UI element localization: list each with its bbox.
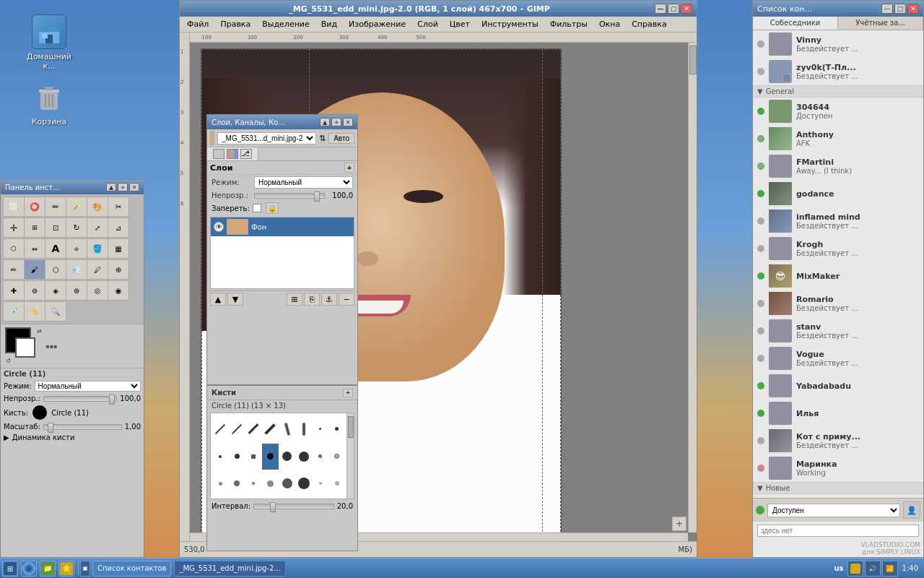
gimp-minimize-button[interactable]: — bbox=[655, 4, 666, 14]
brush-item-11[interactable] bbox=[245, 444, 261, 469]
contacts-list[interactable]: Vinny Бездействует ... zyv0k(Т-Пл... Без… bbox=[753, 30, 923, 498]
tool-rotate[interactable]: ↻ bbox=[66, 217, 87, 238]
taskbar-icon-3[interactable]: 📁 bbox=[40, 561, 56, 577]
layers-duplicate-button[interactable]: ⎘ bbox=[304, 293, 320, 306]
tool-pencil[interactable]: ✏ bbox=[3, 259, 25, 280]
gimp-vscrollbar[interactable] bbox=[688, 43, 697, 532]
tool-clone[interactable]: ⊕ bbox=[108, 259, 129, 280]
tool-move[interactable]: ✛ bbox=[3, 217, 25, 238]
contacts-avatar-button[interactable]: 👤 bbox=[903, 501, 920, 519]
brush-item-21[interactable] bbox=[279, 470, 295, 497]
tool-panel-settings-button[interactable]: ▲ bbox=[106, 183, 116, 191]
brush-item-20[interactable] bbox=[262, 470, 278, 497]
menu-select[interactable]: Выделение bbox=[258, 18, 314, 30]
layers-add-button[interactable]: + bbox=[331, 118, 341, 126]
tool-text[interactable]: A bbox=[45, 238, 66, 259]
contact-item-kot[interactable]: Кот с приму... Бездействует ... bbox=[753, 427, 923, 454]
tool-select-by-color[interactable]: 🎨 bbox=[87, 197, 108, 217]
tool-colorpicker[interactable]: 💉 bbox=[3, 301, 25, 322]
taskbar-icon-2[interactable] bbox=[21, 561, 37, 577]
layers-close-button[interactable]: ✕ bbox=[343, 118, 353, 126]
contact-item-stanv[interactable]: stanv Бездействует ... bbox=[753, 317, 923, 345]
tool-shear[interactable]: ⊿ bbox=[108, 217, 129, 238]
tool-blur[interactable]: ◈ bbox=[45, 280, 66, 301]
brushes-scrollbar[interactable] bbox=[346, 413, 354, 499]
contacts-minimize-button[interactable]: — bbox=[881, 4, 893, 14]
reset-colors-icon[interactable]: ↺ bbox=[6, 358, 11, 364]
tool-perspective[interactable]: ⬡ bbox=[3, 238, 25, 259]
contact-item-mixmaker[interactable]: 😎 MixMaker bbox=[753, 262, 923, 290]
tool-airbrush[interactable]: 💨 bbox=[66, 259, 87, 280]
gimp-close-button[interactable]: ✕ bbox=[681, 4, 692, 14]
contact-item-304644[interactable]: 304644 Доступен bbox=[753, 98, 923, 125]
tool-measure[interactable]: 📏 bbox=[24, 301, 45, 322]
layers-delete-button[interactable]: − bbox=[339, 293, 354, 306]
tool-rect-select[interactable]: ⬜ bbox=[3, 197, 25, 217]
brush-item-2[interactable] bbox=[229, 415, 245, 443]
tool-panel-close-button[interactable]: ✕ bbox=[129, 183, 139, 191]
menu-help[interactable]: Справка bbox=[627, 18, 671, 30]
tool-opacity-slider[interactable] bbox=[43, 396, 117, 402]
menu-tools[interactable]: Инструменты bbox=[477, 18, 543, 30]
desktop-icon-trash[interactable]: Корзина bbox=[20, 79, 78, 126]
taskbar-icon-1[interactable]: ⊞ bbox=[2, 561, 18, 577]
menu-view[interactable]: Вид bbox=[317, 18, 341, 30]
contacts-maximize-button[interactable]: □ bbox=[894, 4, 906, 14]
tool-paintbrush[interactable]: 🖌 bbox=[24, 259, 45, 280]
tool-dodge[interactable]: ◎ bbox=[87, 280, 108, 301]
layers-move-down-button[interactable]: ▼ bbox=[227, 293, 243, 306]
layer-eye-button[interactable]: 👁 bbox=[214, 222, 224, 232]
tool-scissors[interactable]: ✂ bbox=[108, 197, 129, 217]
menu-edit[interactable]: Правка bbox=[216, 18, 255, 30]
menu-file[interactable]: Файл bbox=[183, 18, 213, 30]
contact-item-vogue[interactable]: Vogue Бездействует ... bbox=[753, 345, 923, 372]
contact-item-anthony[interactable]: Anthony AFK bbox=[753, 125, 923, 152]
brush-item-18[interactable] bbox=[229, 470, 245, 497]
brushes-expand-button[interactable]: + bbox=[343, 389, 353, 397]
layers-new-from-visible[interactable]: ⊞ bbox=[287, 293, 302, 306]
tool-heal[interactable]: ✚ bbox=[3, 280, 25, 301]
tool-gradient[interactable]: ▦ bbox=[108, 238, 129, 259]
layers-tab-layers-icon[interactable] bbox=[213, 149, 225, 159]
brush-item-23[interactable] bbox=[313, 470, 328, 497]
taskbar-btn-gimp[interactable]: _MG_5531_edd_mini.jpg-2... bbox=[174, 561, 285, 577]
layer-lock-checkbox[interactable] bbox=[253, 204, 261, 212]
tool-ink[interactable]: 🖊 bbox=[87, 259, 108, 280]
contacts-status-select[interactable]: Доступен Отсутствую Занят Невидимый bbox=[767, 504, 900, 517]
contact-item-fmartini[interactable]: FMartini Away... (I think) bbox=[753, 152, 923, 180]
brush-item-9[interactable] bbox=[212, 444, 228, 469]
tool-scale[interactable]: ⤢ bbox=[87, 217, 108, 238]
layers-image-select[interactable]: _MG_5531...d_mini.jpg-2 bbox=[217, 132, 316, 144]
gimp-canvas-expand-button[interactable]: + bbox=[672, 517, 687, 531]
taskbar-systray-icon-1[interactable] bbox=[847, 561, 863, 577]
contact-item-yabadabadu[interactable]: Yabadabadu bbox=[753, 372, 923, 400]
taskbar-btn-contacts[interactable]: Список контактов bbox=[92, 561, 171, 577]
tool-panel-add-button[interactable]: + bbox=[118, 183, 128, 191]
brush-item-17[interactable] bbox=[212, 470, 228, 497]
layer-mode-select[interactable]: Нормальный bbox=[254, 176, 353, 189]
tool-ellipse-select[interactable]: ⭕ bbox=[24, 197, 45, 217]
background-color[interactable] bbox=[15, 337, 35, 358]
tool-mode-select[interactable]: Нормальный bbox=[35, 381, 141, 392]
brush-item-5[interactable] bbox=[279, 415, 295, 443]
taskbar-systray-icon-3[interactable]: 📶 bbox=[882, 561, 898, 577]
desktop-icon-home[interactable]: Домашний к... bbox=[20, 14, 78, 71]
brush-item-6[interactable] bbox=[296, 415, 312, 443]
brush-item-7[interactable] bbox=[313, 415, 328, 443]
brush-item-16[interactable] bbox=[329, 444, 345, 469]
brush-item-selected[interactable] bbox=[262, 444, 278, 469]
taskbar-workspace-indicator[interactable]: ▣ bbox=[80, 561, 90, 577]
tool-flip[interactable]: ⇔ bbox=[24, 238, 45, 259]
contact-item-inflamed-mind[interactable]: inflamed mind Бездействует ... bbox=[753, 207, 923, 235]
tool-burn[interactable]: ◉ bbox=[108, 280, 129, 301]
contact-item-vinny[interactable]: Vinny Бездействует ... bbox=[753, 30, 923, 58]
menu-windows[interactable]: Окна bbox=[595, 18, 624, 30]
menu-filters[interactable]: Фильтры bbox=[546, 18, 592, 30]
contact-item-krogh[interactable]: Krogh Бездействует ... bbox=[753, 235, 923, 262]
menu-color[interactable]: Цвет bbox=[445, 18, 474, 30]
contact-item-godance[interactable]: godance bbox=[753, 180, 923, 207]
tool-smudge[interactable]: ⊛ bbox=[66, 280, 87, 301]
menu-layer[interactable]: Слой bbox=[413, 18, 443, 30]
gimp-maximize-button[interactable]: □ bbox=[668, 4, 679, 14]
layer-opacity-slider[interactable] bbox=[254, 193, 325, 199]
